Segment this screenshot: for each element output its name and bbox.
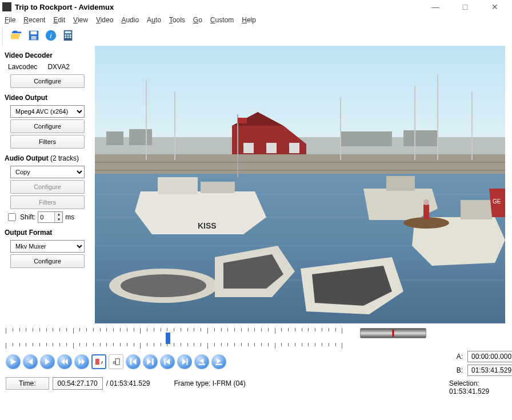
audio-output-label: Audio Output [5, 154, 49, 162]
svg-rect-22 [266, 143, 277, 153]
decoder-configure-button[interactable]: Configure [10, 74, 85, 88]
next-keyframe-button[interactable] [177, 354, 192, 369]
frame-type: Frame type: I-FRM (04) [174, 379, 245, 387]
menu-help[interactable]: Help [242, 16, 256, 24]
shift-down-icon[interactable]: ▼ [55, 217, 62, 222]
rewind-button[interactable] [57, 354, 72, 369]
svg-rect-9 [70, 34, 71, 36]
svg-marker-64 [147, 358, 151, 365]
shift-up-icon[interactable]: ▲ [55, 212, 62, 217]
menu-file[interactable]: File [5, 16, 15, 24]
svg-marker-70 [200, 358, 204, 363]
video-configure-button[interactable]: Configure [10, 119, 85, 133]
svg-marker-67 [166, 358, 170, 365]
set-a-marker-button[interactable]: A [91, 354, 106, 369]
muxer-configure-button[interactable]: Configure [10, 254, 85, 268]
svg-marker-56 [78, 358, 82, 365]
audio-filters-button: Filters [10, 195, 85, 209]
play-button[interactable] [6, 354, 21, 369]
audio-output-title: Audio Output (2 tracks) [5, 154, 90, 162]
time-label-button[interactable]: Time: [6, 377, 49, 390]
transport-bar: A B [6, 354, 343, 369]
b-marker-label: B: [449, 366, 463, 374]
window-controls: — □ ✕ [427, 2, 510, 11]
menu-edit[interactable]: Edit [53, 16, 65, 24]
svg-text:A: A [101, 360, 103, 365]
svg-rect-43 [386, 176, 415, 191]
shift-spinner[interactable]: ▲▼ [38, 211, 63, 223]
svg-rect-69 [187, 358, 188, 365]
output-format-title: Output Format [5, 229, 90, 237]
svg-rect-1 [31, 31, 37, 35]
menu-auto[interactable]: Auto [147, 16, 161, 24]
svg-text:KISS: KISS [198, 221, 217, 230]
svg-marker-68 [182, 358, 186, 365]
timeline-ruler[interactable] [6, 328, 343, 349]
minimize-button[interactable]: — [427, 2, 443, 11]
prev-black-frame-button[interactable] [194, 354, 209, 369]
svg-rect-73 [215, 364, 222, 365]
menu-custom[interactable]: Custom [210, 16, 234, 24]
svg-rect-6 [65, 31, 71, 34]
prev-keyframe-button[interactable] [160, 354, 175, 369]
svg-rect-71 [198, 364, 205, 365]
svg-marker-52 [28, 358, 33, 365]
open-file-icon[interactable] [10, 29, 23, 42]
svg-rect-10 [65, 37, 67, 38]
goto-end-button[interactable] [143, 354, 158, 369]
svg-rect-49 [238, 118, 247, 123]
svg-rect-7 [65, 34, 67, 36]
video-filters-button[interactable]: Filters [10, 135, 85, 149]
a-marker-label: A: [449, 353, 463, 361]
close-button[interactable]: ✕ [487, 2, 503, 11]
current-time-field[interactable]: 00:54:27.170 [53, 377, 103, 390]
svg-rect-2 [31, 36, 36, 39]
maximize-button[interactable]: □ [457, 2, 473, 11]
goto-start-button[interactable] [126, 354, 141, 369]
svg-rect-16 [129, 129, 152, 145]
next-black-frame-button[interactable] [211, 354, 226, 369]
menu-audio[interactable]: Audio [121, 16, 139, 24]
jog-wheel[interactable] [360, 328, 426, 338]
fast-forward-button[interactable] [74, 354, 89, 369]
audio-configure-button: Configure [10, 180, 85, 194]
video-decoder-title: Video Decoder [5, 51, 90, 59]
svg-marker-54 [61, 358, 65, 365]
menu-recent[interactable]: Recent [23, 16, 45, 24]
svg-rect-15 [106, 131, 123, 145]
titlebar: Trip to Rockport - Avidemux — □ ✕ [0, 0, 512, 14]
svg-rect-12 [70, 37, 71, 38]
set-b-marker-button[interactable]: B [109, 354, 123, 369]
window-title: Trip to Rockport - Avidemux [15, 3, 427, 11]
svg-marker-57 [82, 358, 85, 365]
info-icon[interactable]: i [44, 29, 58, 42]
svg-rect-66 [164, 358, 165, 365]
video-output-title: Video Output [5, 94, 90, 102]
svg-rect-44 [461, 200, 492, 219]
svg-rect-65 [152, 358, 154, 365]
muxer-select[interactable]: Mkv Muxer [10, 240, 85, 253]
video-preview: KISS [95, 46, 505, 323]
b-marker-value: 01:53:41.529 [467, 365, 512, 376]
save-icon[interactable] [27, 29, 41, 42]
svg-marker-55 [65, 358, 68, 365]
svg-text:GE: GE [493, 198, 501, 205]
svg-marker-51 [11, 358, 17, 365]
menu-tools[interactable]: Tools [169, 16, 185, 24]
svg-marker-53 [45, 358, 50, 365]
timeline-playhead[interactable] [166, 333, 170, 344]
calculator-icon[interactable] [61, 29, 75, 42]
decoder-name-a: Lavcodec [8, 63, 37, 71]
shift-checkbox[interactable] [8, 213, 16, 221]
shift-value-input[interactable] [38, 212, 54, 222]
svg-point-42 [121, 274, 206, 297]
menubar: File Recent Edit View Video Audio Auto T… [0, 14, 512, 27]
menu-view[interactable]: View [73, 16, 88, 24]
audio-mode-select[interactable]: Copy [10, 166, 85, 178]
prev-button[interactable] [23, 354, 38, 369]
menu-video[interactable]: Video [96, 16, 113, 24]
menu-go[interactable]: Go [193, 16, 202, 24]
video-codec-select[interactable]: Mpeg4 AVC (x264) [10, 105, 85, 118]
svg-marker-63 [133, 358, 137, 365]
next-button[interactable] [40, 354, 55, 369]
